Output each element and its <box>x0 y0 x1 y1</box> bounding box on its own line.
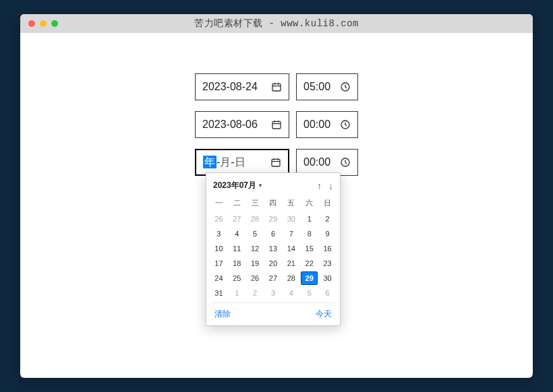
weekday-header: 一 <box>210 195 227 211</box>
calendar-day[interactable]: 31 <box>210 286 227 300</box>
datetime-row-2: 2023-08-06 00:00 <box>195 111 358 138</box>
calendar-day[interactable]: 2 <box>319 212 336 226</box>
calendar-day[interactable]: 6 <box>319 286 336 300</box>
time-value: 00:00 <box>303 156 330 168</box>
date-input-3[interactable]: 年-月-日 <box>195 149 289 176</box>
time-value: 05:00 <box>303 81 330 93</box>
svg-rect-4 <box>272 159 280 166</box>
date-value: 2023-08-06 <box>202 119 258 131</box>
date-input-1[interactable]: 2023-08-24 <box>195 73 289 100</box>
weekday-header: 三 <box>247 195 264 211</box>
calendar-icon <box>270 157 281 168</box>
calendar-nav: ↑ ↓ <box>317 181 333 191</box>
weekday-header: 二 <box>229 195 245 211</box>
month-segment[interactable]: 月 <box>220 156 231 168</box>
calendar-day[interactable]: 14 <box>283 242 299 255</box>
date-placeholder: 年-月-日 <box>203 156 245 170</box>
date-picker-popup: 2023年07月 ▼ ↑ ↓ 一二三四五六日262728293012345678… <box>206 172 341 326</box>
calendar-day[interactable]: 26 <box>210 212 227 226</box>
maximize-icon[interactable] <box>51 20 58 27</box>
weekday-header: 四 <box>265 195 282 211</box>
weekday-header: 日 <box>319 195 336 211</box>
date-input-2[interactable]: 2023-08-06 <box>195 111 289 138</box>
clock-icon <box>340 119 351 130</box>
calendar-day[interactable]: 25 <box>229 271 245 285</box>
calendar-day[interactable]: 22 <box>301 257 318 270</box>
calendar-day[interactable]: 28 <box>247 212 264 226</box>
svg-rect-0 <box>272 84 281 91</box>
datetime-row-1: 2023-08-24 05:00 <box>195 73 358 100</box>
minimize-icon[interactable] <box>40 20 47 27</box>
calendar-day[interactable]: 4 <box>229 227 245 240</box>
calendar-day[interactable]: 19 <box>247 257 264 270</box>
time-input-2[interactable]: 00:00 <box>296 111 358 138</box>
date-value: 2023-08-24 <box>202 81 258 93</box>
chevron-down-icon: ▼ <box>258 183 263 189</box>
time-input-3[interactable]: 00:00 <box>296 149 358 176</box>
prev-month-button[interactable]: ↑ <box>317 181 322 191</box>
calendar-day[interactable]: 6 <box>265 227 282 240</box>
calendar-day[interactable]: 7 <box>283 227 299 240</box>
calendar-day[interactable]: 23 <box>319 257 336 270</box>
calendar-day[interactable]: 27 <box>265 271 282 285</box>
calendar-day[interactable]: 28 <box>283 271 299 285</box>
clock-icon <box>340 81 351 92</box>
calendar-day-selected[interactable]: 29 <box>301 271 318 285</box>
calendar-day[interactable]: 10 <box>210 242 227 255</box>
calendar-day[interactable]: 26 <box>247 271 264 285</box>
calendar-day[interactable]: 15 <box>301 242 318 255</box>
calendar-day[interactable]: 3 <box>265 286 282 300</box>
calendar-day[interactable]: 24 <box>210 271 227 285</box>
window-title: 苦力吧素材下载 - www.kuli8.com <box>20 18 533 30</box>
year-segment[interactable]: 年 <box>203 156 216 168</box>
calendar-day[interactable]: 21 <box>283 257 299 270</box>
calendar-header: 2023年07月 ▼ ↑ ↓ <box>210 178 336 195</box>
calendar-footer: 清除 今天 <box>210 302 336 321</box>
time-input-1[interactable]: 05:00 <box>296 73 358 100</box>
calendar-day[interactable]: 9 <box>319 227 336 240</box>
titlebar: 苦力吧素材下载 - www.kuli8.com <box>20 14 533 33</box>
svg-rect-2 <box>272 121 281 129</box>
calendar-day[interactable]: 11 <box>229 242 245 255</box>
next-month-button[interactable]: ↓ <box>328 181 333 191</box>
calendar-day[interactable]: 12 <box>247 242 264 255</box>
calendar-day[interactable]: 3 <box>210 227 227 240</box>
calendar-day[interactable]: 17 <box>210 257 227 270</box>
calendar-grid: 一二三四五六日262728293012345678910111213141516… <box>210 195 336 300</box>
calendar-day[interactable]: 5 <box>247 227 264 240</box>
today-button[interactable]: 今天 <box>316 308 332 320</box>
calendar-day[interactable]: 1 <box>229 286 245 300</box>
datetime-row-3: 年-月-日 00:00 <box>195 149 358 176</box>
clear-button[interactable]: 清除 <box>214 308 231 320</box>
calendar-day[interactable]: 29 <box>265 212 282 226</box>
content-area: 2023-08-24 05:00 2023-08-06 00:00 <box>20 33 533 176</box>
calendar-month-year-button[interactable]: 2023年07月 ▼ <box>213 180 263 191</box>
close-icon[interactable] <box>28 20 35 27</box>
calendar-day[interactable]: 16 <box>319 242 336 255</box>
calendar-day[interactable]: 30 <box>283 212 299 226</box>
weekday-header: 六 <box>301 195 318 211</box>
calendar-day[interactable]: 18 <box>229 257 245 270</box>
calendar-day[interactable]: 1 <box>301 212 318 226</box>
calendar-day[interactable]: 20 <box>265 257 282 270</box>
time-value: 00:00 <box>303 119 330 131</box>
calendar-day[interactable]: 8 <box>301 227 318 240</box>
app-window: 苦力吧素材下载 - www.kuli8.com 2023-08-24 05:00… <box>20 14 533 378</box>
day-segment[interactable]: 日 <box>235 156 245 168</box>
calendar-day[interactable]: 13 <box>265 242 282 255</box>
window-controls <box>28 20 58 27</box>
calendar-day[interactable]: 27 <box>229 212 245 226</box>
clock-icon <box>340 157 351 168</box>
calendar-icon <box>271 119 282 130</box>
calendar-day[interactable]: 5 <box>301 286 318 300</box>
weekday-header: 五 <box>283 195 299 211</box>
calendar-day[interactable]: 4 <box>283 286 299 300</box>
calendar-day[interactable]: 2 <box>247 286 264 300</box>
calendar-day[interactable]: 30 <box>319 271 336 285</box>
calendar-icon <box>271 81 282 92</box>
